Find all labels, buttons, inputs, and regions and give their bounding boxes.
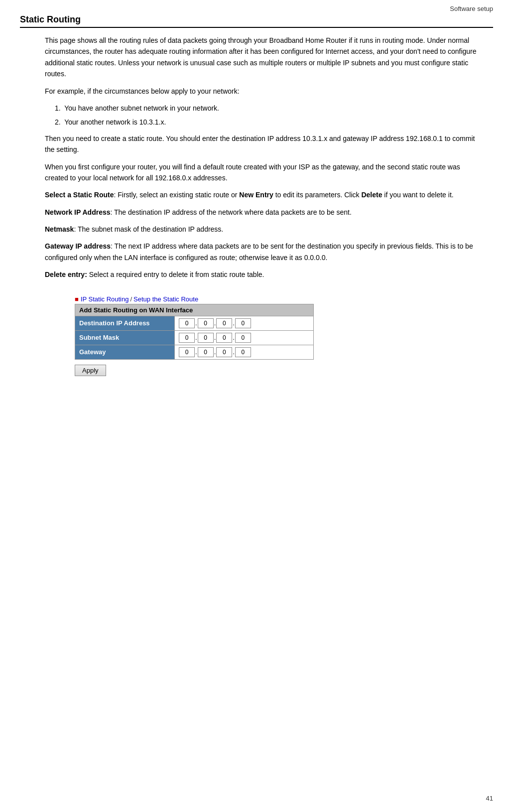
gateway-paragraph: Gateway IP address: The next IP address …	[45, 241, 483, 263]
dest-ip-octet-3[interactable]	[216, 318, 232, 328]
select-route-label: Select a Static Route	[45, 191, 114, 199]
page-title: Static Routing	[20, 14, 493, 28]
route-diagram: ■ IP Static Routing / Setup the Static R…	[75, 295, 314, 376]
header-title: Software setup	[450, 5, 493, 12]
diagram-breadcrumb: ■ IP Static Routing / Setup the Static R…	[75, 295, 314, 303]
delete-entry-text: Select a required entry to delete it fro…	[87, 271, 264, 278]
list-item-1: 1. You have another subnet network in yo…	[55, 103, 483, 114]
list-item-2: 2. Your another network is 10.3.1.x.	[55, 117, 483, 128]
breadcrumb-link1[interactable]: IP Static Routing	[81, 295, 129, 303]
dest-ip-octet-4[interactable]	[235, 318, 251, 328]
delete-entry-label: Delete entry:	[45, 271, 87, 278]
table-row-gateway: Gateway . . .	[75, 345, 314, 359]
apply-button[interactable]: Apply	[75, 365, 106, 376]
breadcrumb-separator: /	[130, 295, 132, 303]
example-intro: For example, if the circumstances below …	[45, 86, 483, 97]
network-ip-text: : The destination IP address of the netw…	[111, 208, 352, 216]
gateway-octet-2[interactable]	[198, 347, 214, 357]
netmask-label: Netmask	[45, 225, 74, 233]
table-header-row: Add Static Routing on WAN Interface	[75, 304, 314, 316]
gateway-label: Gateway IP address	[45, 242, 111, 250]
header-right: Software setup	[20, 5, 493, 14]
dest-ip-label: Destination IP Address	[75, 316, 175, 330]
network-ip-paragraph: Network IP Address: The destination IP a…	[45, 207, 483, 218]
routing-table: Add Static Routing on WAN Interface Dest…	[75, 304, 314, 360]
diagram-icon: ■	[75, 295, 79, 303]
select-route-text1: : Firstly, select an existing static rou…	[114, 191, 240, 199]
delete-entry-paragraph: Delete entry: Select a required entry to…	[45, 269, 483, 280]
select-route-text2: to edit its parameters. Click	[273, 191, 362, 199]
table-row-subnet: Subnet Mask . . .	[75, 330, 314, 345]
gateway-inputs: . . .	[175, 345, 314, 359]
dest-ip-octet-2[interactable]	[198, 318, 214, 328]
intro-paragraph: This page shows all the routing rules of…	[45, 35, 483, 80]
when-paragraph: When you first configure your router, yo…	[45, 161, 483, 184]
subnet-label: Subnet Mask	[75, 330, 175, 345]
subnet-octet-4[interactable]	[235, 333, 251, 343]
gateway-octet-1[interactable]	[179, 347, 195, 357]
select-route-paragraph: Select a Static Route: Firstly, select a…	[45, 189, 483, 200]
table-header-cell: Add Static Routing on WAN Interface	[75, 304, 314, 316]
gateway-octet-4[interactable]	[235, 347, 251, 357]
subnet-inputs: . . .	[175, 330, 314, 345]
netmask-text: : The subnet mask of the destination IP …	[74, 225, 223, 233]
new-entry-label: New Entry	[239, 191, 273, 199]
subnet-octet-2[interactable]	[198, 333, 214, 343]
gateway-octet-3[interactable]	[216, 347, 232, 357]
subnet-octet-3[interactable]	[216, 333, 232, 343]
netmask-paragraph: Netmask: The subnet mask of the destinat…	[45, 224, 483, 235]
table-row-dest-ip: Destination IP Address . . .	[75, 316, 314, 330]
network-ip-label: Network IP Address	[45, 208, 111, 216]
then-paragraph: Then you need to create a static route. …	[45, 133, 483, 155]
subnet-octet-1[interactable]	[179, 333, 195, 343]
gateway-table-label: Gateway	[75, 345, 175, 359]
breadcrumb-link2[interactable]: Setup the Static Route	[133, 295, 198, 303]
select-route-text3: if you want to delete it.	[382, 191, 453, 199]
page-number: 41	[486, 795, 493, 802]
dest-ip-inputs: . . .	[175, 316, 314, 330]
dest-ip-octet-1[interactable]	[179, 318, 195, 328]
delete-label: Delete	[361, 191, 382, 199]
